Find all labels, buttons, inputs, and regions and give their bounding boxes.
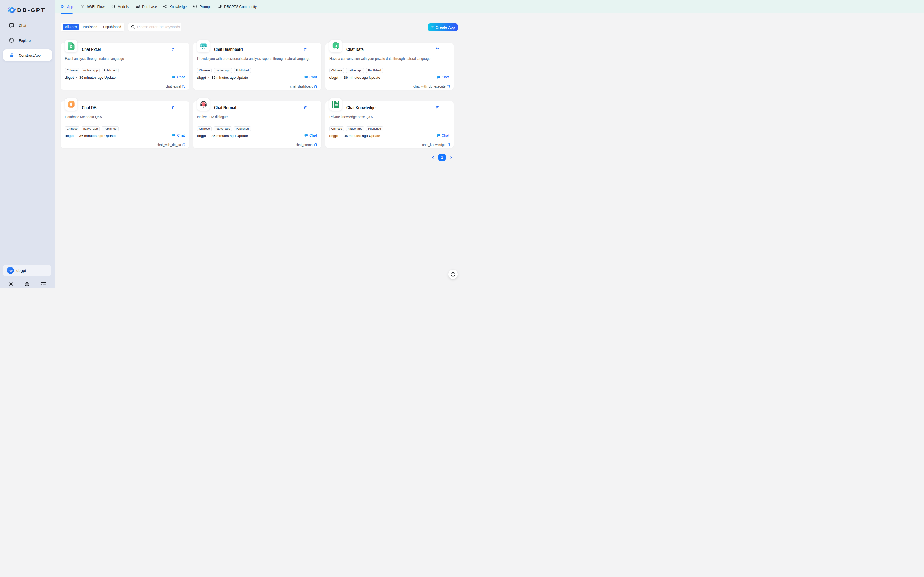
svg-text:SQL: SQL — [137, 6, 139, 7]
